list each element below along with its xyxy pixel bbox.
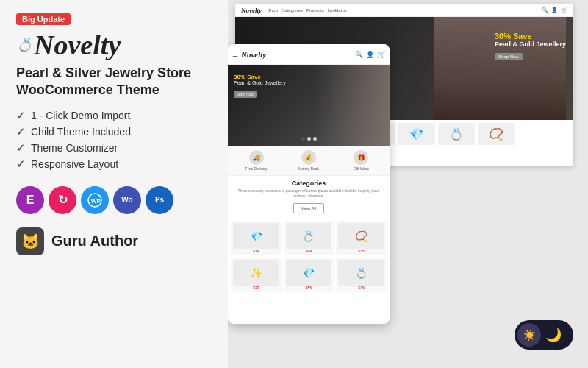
nav-lookbook: Lookbook (328, 8, 347, 13)
nav-search-icon: 🔍 (542, 7, 548, 13)
elementor-icon: E (16, 186, 44, 214)
delivery-icon: 🚚 (249, 150, 264, 165)
mobile-categories-title: Categories (228, 176, 390, 188)
nav-products: Products (306, 8, 324, 13)
svg-text:WP: WP (91, 198, 101, 205)
guru-label: Guru Author (51, 233, 138, 250)
product-price-5: $55 (286, 286, 332, 290)
woocommerce-icon: Wo (113, 186, 141, 214)
mobile-product-4: ✨ $22 (231, 258, 282, 292)
big-update-badge: Big Update (16, 13, 71, 25)
mobile-cart-icon: 🛒 (377, 51, 385, 58)
hero-save-text: 30% Save (495, 32, 566, 40)
product-img-6: 💍 (338, 260, 384, 286)
product-price-4: $22 (233, 286, 279, 290)
dot-1 (301, 137, 305, 141)
check-icon-1: ✓ (16, 110, 25, 121)
desktop-nav: Novelty Shop Categories Products Lookboo… (235, 4, 573, 17)
mobile-shop-button[interactable]: Shop Now (234, 91, 257, 98)
mobile-mockup: ☰ Novelty 🔍 👤 🛒 30% Save Pearl & Gold Je… (228, 44, 390, 324)
mobile-product-2: 💍 $49 (284, 221, 334, 255)
left-panel: Big Update 💍 Novelty Pearl & Silver Jewe… (0, 0, 228, 368)
sun-icon: ☀️ (523, 329, 536, 341)
feature-gift: 🎁 Gift Wrap (336, 150, 387, 171)
mobile-save-text: 30% Save (234, 74, 286, 80)
product-thumb-7: 📿 (478, 123, 514, 145)
mobile-search-icon: 🔍 (355, 51, 363, 58)
product-price-3: $35 (338, 249, 384, 253)
mobile-jewelry-text: Pearl & Gold Jewellery (234, 80, 286, 85)
product-img-1: 💎 (233, 223, 279, 249)
product-price-1: $29 (233, 249, 279, 253)
mobile-product-3: 📿 $35 (336, 221, 387, 255)
nav-user-icon: 👤 (551, 7, 558, 13)
dot-3 (313, 137, 317, 141)
product-img-3: 📿 (338, 223, 384, 249)
feature-item-1: ✓ 1 - Click Demo Import (16, 110, 212, 121)
check-icon-3: ✓ (16, 142, 25, 154)
money-label: Money Back (298, 166, 319, 171)
dot-2 (307, 137, 311, 141)
gift-icon: 🎁 (354, 150, 368, 165)
photoshop-icon: Ps (146, 186, 173, 214)
product-img-5: 💎 (286, 260, 332, 286)
mobile-product-5: 💎 $55 (284, 258, 334, 292)
product-thumb-6: 💍 (438, 123, 475, 145)
moon-icon: 🌙 (545, 327, 562, 343)
wordpress-icon: WP (81, 186, 109, 214)
right-panel: Novelty Shop Categories Products Lookboo… (228, 0, 588, 368)
features-list: ✓ 1 - Click Demo Import ✓ Child Theme In… (16, 110, 212, 174)
subtitle-line1: Pearl & Silver Jewelry Store (16, 65, 212, 82)
mobile-logo: Novelty (241, 50, 352, 59)
subtitle-line2: WooCommerce Theme (16, 82, 212, 99)
mobile-hero-content: 30% Save Pearl & Gold Jewellery Shop Now (234, 74, 286, 99)
mobile-products-grid: 💎 $29 💍 $49 📿 $35 ✨ $22 💎 $55 (228, 218, 390, 295)
product-img-4: ✨ (233, 260, 279, 286)
desktop-nav-logo: Novelty (241, 7, 262, 14)
product-price-2: $49 (286, 249, 332, 253)
mobile-product-1: 💎 $29 (231, 221, 282, 255)
feature-item-3: ✓ Theme Customizer (16, 142, 212, 154)
logo-ring-icon: 💍 (16, 38, 32, 52)
nav-shop: Shop (268, 8, 278, 13)
mobile-categories-desc: There are many variations of passages of… (228, 188, 390, 199)
logo-wordmark: Novelty (34, 31, 121, 59)
mobile-product-6: 💍 $39 (336, 258, 387, 292)
desktop-hero-text: 30% Save Pearl & Gold Jewellery Shop Now (495, 32, 566, 61)
mobile-features-strip: 🚚 Free Delivery 💰 Money Back 🎁 Gift Wrap (228, 146, 390, 176)
mobile-nav-icons: 🔍 👤 🛒 (355, 51, 385, 58)
money-icon: 💰 (301, 150, 316, 165)
product-img-2: 💍 (286, 223, 332, 249)
subtitle: Pearl & Silver Jewelry Store WooCommerce… (16, 65, 212, 99)
feature-item-2: ✓ Child Theme Included (16, 126, 212, 138)
carousel-dots (228, 135, 390, 143)
nav-cart-icon: 🛒 (561, 7, 567, 13)
guru-icon: 🐱 (16, 227, 44, 255)
mobile-user-icon: 👤 (366, 51, 374, 58)
hero-jewelry-title: Pearl & Gold Jewellery (495, 40, 566, 48)
feature-label-2: Child Theme Included (31, 126, 131, 138)
check-icon-2: ✓ (16, 126, 25, 138)
desktop-nav-links: Shop Categories Products Lookbook (268, 8, 347, 13)
feature-delivery: 🚚 Free Delivery (231, 150, 282, 171)
feature-label-1: 1 - Click Demo Import (31, 110, 130, 121)
mobile-header: ☰ Novelty 🔍 👤 🛒 (228, 44, 390, 65)
feature-label-4: Responsive Layout (31, 158, 118, 170)
guru-section: 🐱 Guru Author (16, 227, 212, 255)
hero-shop-button[interactable]: Shop Now (495, 53, 523, 60)
product-price-6: $39 (338, 286, 384, 290)
feature-item-4: ✓ Responsive Layout (16, 158, 212, 170)
toggle-knob: ☀️ (517, 323, 541, 347)
check-icon-4: ✓ (16, 158, 25, 170)
tech-icons-row: E ↻ WP Wo Ps (16, 186, 212, 214)
logo: 💍 Novelty (16, 31, 212, 59)
product-thumb-5: 💎 (398, 123, 435, 145)
gift-label: Gift Wrap (354, 166, 369, 171)
revolution-slider-icon: ↻ (49, 186, 76, 214)
nav-categories: Categories (282, 8, 303, 13)
mobile-view-all-button[interactable]: View All (293, 203, 325, 213)
dark-mode-toggle[interactable]: ☀️ 🌙 (514, 320, 573, 350)
mobile-hero: 30% Save Pearl & Gold Jewellery Shop Now (228, 65, 390, 146)
main-container: Big Update 💍 Novelty Pearl & Silver Jewe… (0, 0, 588, 368)
mobile-menu-icon: ☰ (232, 51, 238, 58)
